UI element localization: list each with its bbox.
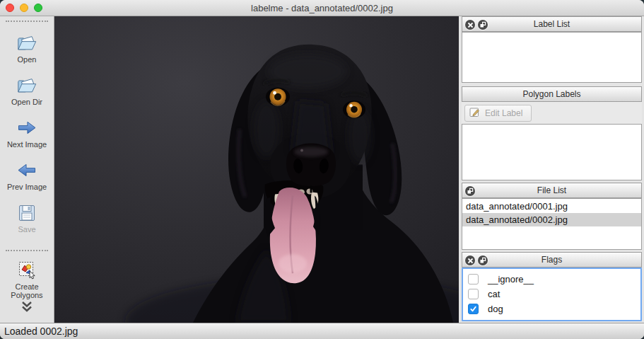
zoom-window-button[interactable] bbox=[34, 4, 42, 12]
polygon-labels-panel-header[interactable]: Polygon Labels bbox=[462, 86, 642, 102]
flag-label: dog bbox=[488, 304, 503, 314]
flag-label: cat bbox=[488, 289, 500, 299]
checkbox[interactable] bbox=[468, 274, 479, 285]
toolbar-button-create-polygons[interactable]: Create Polygons bbox=[0, 258, 54, 301]
toolbar-button-label: Prev Image bbox=[7, 183, 47, 191]
toolbar-button-label: Open bbox=[18, 55, 37, 64]
toolbar-button-open[interactable]: Open bbox=[0, 31, 54, 74]
arrow-left-icon bbox=[16, 159, 37, 182]
toolbar-button-next-image[interactable]: Next Image bbox=[0, 116, 54, 159]
toolbar-button-prev-image[interactable]: Prev Image bbox=[0, 159, 54, 201]
polygon-labels-toolbar: Edit Label bbox=[462, 102, 642, 124]
window-title: labelme - data_annotated/0002.jpg bbox=[251, 3, 393, 13]
flags-list[interactable]: __ignore__catdog bbox=[462, 268, 642, 321]
file-list-item[interactable]: data_annotated/0001.jpg bbox=[462, 200, 641, 213]
close-window-button[interactable] bbox=[6, 4, 14, 12]
flag-item[interactable]: cat bbox=[463, 287, 640, 301]
toolbar-button-open-dir[interactable]: Open Dir bbox=[0, 74, 54, 116]
file-list-item[interactable]: data_annotated/0002.jpg bbox=[462, 213, 641, 226]
status-bar: Loaded 0002.jpg bbox=[0, 323, 644, 339]
flag-item[interactable]: __ignore__ bbox=[463, 272, 640, 287]
polygon-labels-title: Polygon Labels bbox=[522, 89, 580, 99]
traffic-lights bbox=[6, 4, 42, 12]
file-list-title: File List bbox=[537, 185, 566, 195]
label-list[interactable] bbox=[462, 32, 642, 83]
float-icon[interactable] bbox=[478, 20, 488, 30]
close-icon[interactable] bbox=[465, 20, 475, 30]
minimize-window-button[interactable] bbox=[20, 4, 28, 12]
chevrons-down-icon[interactable] bbox=[19, 301, 35, 315]
labelme-window: labelme - data_annotated/0002.jpg OpenOp… bbox=[0, 0, 644, 339]
open-folder-icon bbox=[16, 31, 37, 54]
toolbar-button-label: Create Polygons bbox=[4, 282, 50, 299]
toolbar-separator bbox=[6, 250, 48, 251]
edit-label-button[interactable]: Edit Label bbox=[464, 105, 532, 122]
dog-photo bbox=[54, 16, 459, 323]
status-text: Loaded 0002.jpg bbox=[4, 326, 78, 337]
flags-panel-header[interactable]: Flags bbox=[462, 252, 642, 268]
checkbox[interactable] bbox=[468, 304, 479, 314]
create-polygons-icon bbox=[18, 258, 37, 282]
flag-item[interactable]: dog bbox=[463, 301, 640, 316]
toolbar-button-label: Open Dir bbox=[11, 98, 42, 106]
flags-title: Flags bbox=[541, 255, 562, 265]
edit-pencil-icon bbox=[469, 106, 481, 120]
sidebar: Label List Polygon Labels Edit Label bbox=[459, 16, 644, 323]
toolbar-button-label: Save bbox=[18, 225, 35, 234]
checkbox[interactable] bbox=[468, 289, 479, 299]
flag-label: __ignore__ bbox=[488, 274, 534, 285]
file-list-panel-header[interactable]: File List bbox=[462, 183, 642, 198]
float-icon[interactable] bbox=[478, 255, 488, 265]
toolbar-button-save[interactable]: Save bbox=[0, 201, 54, 243]
titlebar[interactable]: labelme - data_annotated/0002.jpg bbox=[0, 0, 644, 16]
open-folder-icon bbox=[16, 74, 37, 97]
arrow-right-icon bbox=[16, 116, 37, 139]
file-list[interactable]: data_annotated/0001.jpgdata_annotated/00… bbox=[462, 198, 642, 250]
close-icon[interactable] bbox=[465, 255, 475, 265]
save-icon bbox=[18, 201, 36, 224]
label-list-title: Label List bbox=[534, 19, 570, 29]
toolbar-button-label: Next Image bbox=[7, 140, 47, 149]
toolbar: OpenOpen DirNext ImagePrev ImageSaveCrea… bbox=[0, 16, 54, 323]
image-canvas[interactable] bbox=[54, 16, 459, 323]
polygon-labels-list[interactable] bbox=[462, 124, 642, 180]
label-list-panel-header[interactable]: Label List bbox=[462, 16, 642, 32]
toolbar-items: OpenOpen DirNext ImagePrev ImageSaveCrea… bbox=[0, 22, 54, 301]
main-area: OpenOpen DirNext ImagePrev ImageSaveCrea… bbox=[0, 16, 644, 323]
float-icon[interactable] bbox=[465, 186, 475, 196]
